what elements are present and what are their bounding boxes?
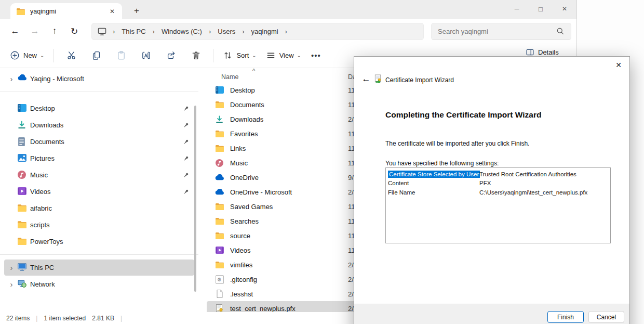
- file-date: 2/: [348, 276, 354, 283]
- navigation-pane: › Yaqing - Microsoft Desktop: [0, 68, 198, 312]
- sidebar-item-videos[interactable]: Videos: [4, 184, 194, 200]
- sort-arrows-icon: [223, 50, 233, 60]
- file-date: 2/: [348, 188, 354, 196]
- sidebar-item-documents[interactable]: Documents: [4, 134, 194, 150]
- maximize-button[interactable]: □: [529, 0, 553, 18]
- music-icon: [215, 159, 224, 167]
- sidebar-item-music[interactable]: Music: [4, 167, 194, 183]
- sidebar-item-pictures[interactable]: Pictures: [4, 150, 194, 166]
- settings-row-file-name[interactable]: File Name C:\Users\yaqingmi\test_cert_ne…: [386, 188, 610, 197]
- breadcrumb-windows-c[interactable]: Windows (C:): [158, 26, 205, 37]
- file-name: test_cert_newplus.pfx: [230, 305, 296, 313]
- dialog-back-button[interactable]: ←: [359, 73, 373, 85]
- folder-icon: [215, 217, 224, 226]
- chevron-right-icon[interactable]: ›: [7, 280, 16, 289]
- delete-button[interactable]: [185, 46, 206, 65]
- tab-close-icon[interactable]: ✕: [106, 6, 118, 17]
- sidebar-item-network[interactable]: › Network: [4, 276, 194, 292]
- sidebar-item-onedrive[interactable]: › Yaqing - Microsoft: [4, 71, 194, 87]
- cut-button[interactable]: [61, 46, 82, 65]
- copy-button[interactable]: [86, 46, 106, 65]
- chevron-right-icon: ›: [281, 28, 291, 35]
- refresh-button[interactable]: ↻: [64, 23, 84, 40]
- chevron-right-icon[interactable]: ›: [7, 263, 16, 272]
- wizard-info-text: The certificate will be imported after y…: [385, 140, 529, 147]
- column-header-name[interactable]: Name: [221, 73, 238, 81]
- sidebar-item-aifabric[interactable]: aifabric: [4, 200, 194, 216]
- pin-icon: [183, 189, 189, 195]
- search-input[interactable]: Search yaqingmi: [431, 23, 571, 40]
- sidebar-item-powertoys[interactable]: PowerToys: [4, 234, 194, 250]
- forward-button[interactable]: →: [25, 23, 45, 40]
- certificate-wizard-icon: [374, 74, 383, 83]
- sort-button-label: Sort: [236, 51, 249, 59]
- breadcrumb-users[interactable]: Users: [214, 26, 238, 37]
- breadcrumb[interactable]: › This PC › Windows (C:) › Users › yaqin…: [91, 23, 424, 40]
- details-button-label: Details: [538, 48, 559, 56]
- videos-icon: [215, 246, 224, 255]
- folder-icon: [18, 237, 26, 246]
- sort-button[interactable]: Sort ⌄: [218, 46, 261, 65]
- file-name: .lesshst: [230, 290, 253, 298]
- sidebar-item-label: Desktop: [30, 105, 55, 112]
- more-options-button[interactable]: •••: [306, 51, 326, 60]
- toolbar-divider: [53, 49, 54, 62]
- folder-icon: [215, 231, 224, 240]
- sidebar-divider: [0, 92, 198, 92]
- document-icon: [18, 137, 26, 146]
- settings-row-content[interactable]: Content PFX: [386, 179, 610, 188]
- cancel-button[interactable]: Cancel: [588, 311, 624, 323]
- share-icon: [166, 50, 176, 60]
- selection-size: 2.81 KB: [92, 315, 114, 322]
- share-button[interactable]: [160, 46, 181, 65]
- setting-key-selected: Certificate Store Selected by User: [388, 171, 480, 178]
- search-placeholder: Search yaqingmi: [438, 28, 556, 35]
- breadcrumb-this-pc[interactable]: This PC: [118, 26, 149, 37]
- breadcrumb-yaqingmi[interactable]: yaqingmi: [248, 26, 281, 37]
- new-tab-button[interactable]: +: [130, 4, 143, 18]
- file-name: vimfiles: [230, 261, 252, 269]
- settings-row-store[interactable]: Certificate Store Selected by User Trust…: [386, 170, 610, 179]
- close-window-button[interactable]: ✕: [553, 0, 576, 18]
- sidebar-item-desktop[interactable]: Desktop: [4, 100, 194, 116]
- rename-icon: [141, 50, 151, 60]
- downloads-icon: [18, 121, 26, 129]
- explorer-tab[interactable]: yaqingmi ✕: [10, 3, 122, 19]
- sidebar-scrollbar[interactable]: [194, 106, 196, 292]
- paste-button[interactable]: [111, 46, 131, 65]
- sidebar-item-downloads[interactable]: Downloads: [4, 117, 194, 133]
- sidebar-item-scripts[interactable]: scripts: [4, 217, 194, 233]
- sidebar-item-label: Yaqing - Microsoft: [30, 75, 84, 83]
- file-name: OneDrive - Microsoft: [230, 188, 292, 196]
- minimize-button[interactable]: ─: [505, 0, 529, 18]
- network-icon: [18, 280, 26, 289]
- chevron-right-icon: ›: [109, 28, 118, 35]
- setting-key: Content: [386, 180, 477, 186]
- scissors-icon: [66, 50, 76, 60]
- window-controls: ─ □ ✕: [505, 0, 576, 18]
- sidebar-item-label: Downloads: [30, 121, 63, 129]
- status-divider: |: [36, 315, 37, 322]
- gear-icon: ⚙: [216, 275, 224, 284]
- pin-icon: [183, 122, 189, 128]
- rename-button[interactable]: [136, 46, 156, 65]
- chevron-right-icon[interactable]: ›: [7, 74, 16, 83]
- search-icon: [556, 27, 565, 35]
- chevron-right-icon: ›: [149, 28, 158, 35]
- sidebar-item-label: Music: [30, 171, 48, 179]
- address-bar: ← → ↑ ↻ › This PC › Windows (C:) › Users…: [0, 19, 576, 43]
- back-button[interactable]: ←: [5, 23, 25, 40]
- finish-button[interactable]: Finish: [547, 311, 584, 323]
- details-toggle-button[interactable]: Details: [526, 48, 559, 57]
- dialog-close-icon[interactable]: ✕: [610, 58, 627, 72]
- view-button[interactable]: View ⌄: [261, 46, 306, 65]
- new-button[interactable]: New ⌄: [5, 46, 49, 65]
- sidebar-item-this-pc[interactable]: › This PC: [4, 260, 194, 276]
- pin-icon: [183, 139, 189, 145]
- downloads-icon: [215, 115, 224, 124]
- up-button[interactable]: ↑: [45, 23, 64, 40]
- folder-icon: [215, 129, 224, 138]
- file-date: 2/: [348, 261, 354, 269]
- chevron-down-icon: ⌄: [297, 53, 301, 58]
- sidebar-item-label: This PC: [30, 264, 54, 271]
